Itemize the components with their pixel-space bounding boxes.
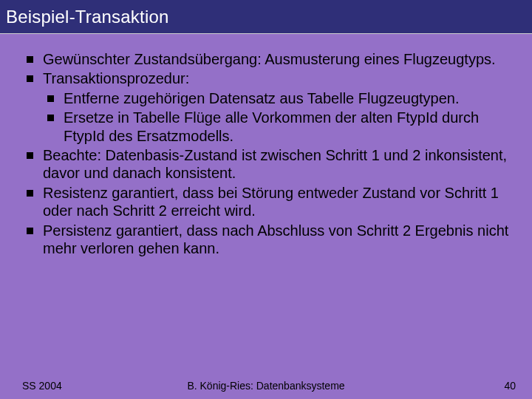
- list-item: Resistenz garantiert, dass bei Störung e…: [22, 184, 510, 220]
- list-item: Beachte: Datenbasis-Zustand ist zwischen…: [22, 146, 510, 183]
- slide-title: Beispiel-Transaktion: [6, 7, 169, 27]
- slide: Beispiel-Transaktion Gewünschter Zustand…: [0, 0, 532, 399]
- footer-page-number: 40: [504, 380, 516, 392]
- list-item: Ersetze in Tabelle Flüge alle Vorkommen …: [43, 109, 510, 145]
- list-item: Gewünschter Zustandsübergang: Ausmusteru…: [22, 50, 510, 68]
- footer-term: SS 2004: [22, 380, 62, 392]
- footer-author: B. König-Ries: Datenbanksysteme: [187, 380, 344, 392]
- title-bar: Beispiel-Transaktion: [0, 0, 532, 34]
- slide-footer: SS 2004 B. König-Ries: Datenbanksysteme …: [0, 380, 532, 392]
- slide-body: Gewünschter Zustandsübergang: Ausmusteru…: [0, 34, 532, 399]
- bullet-list: Gewünschter Zustandsübergang: Ausmusteru…: [22, 50, 510, 257]
- list-item-text: Transaktionsprozedur:: [43, 70, 189, 86]
- list-item: Entferne zugehörigen Datensatz aus Tabel…: [43, 89, 510, 107]
- list-item: Persistenz garantiert, dass nach Abschlu…: [22, 222, 510, 258]
- sub-bullet-list: Entferne zugehörigen Datensatz aus Tabel…: [43, 89, 510, 145]
- list-item: Transaktionsprozedur: Entferne zugehörig…: [22, 69, 510, 145]
